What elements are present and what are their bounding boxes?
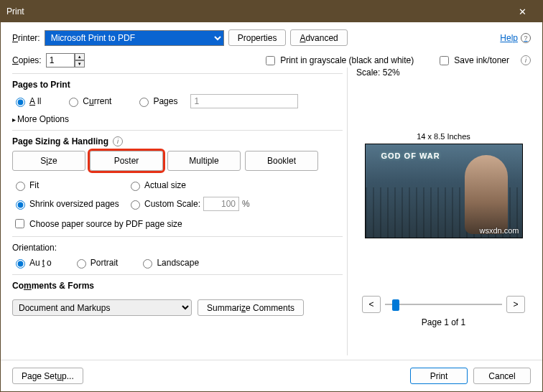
summarize-comments-button[interactable]: Summarize Comments [198,299,304,316]
multiple-button[interactable]: Multiple [167,151,241,171]
preview-image: GOD OF WAR wsxdn.com [365,144,523,238]
page-slider[interactable] [385,297,502,312]
radio-custom-scale[interactable]: Custom Scale: [127,198,200,210]
preview-nav: < > [356,296,531,313]
next-page-button[interactable]: > [506,296,525,313]
advanced-button[interactable]: Advanced [290,29,347,46]
radio-landscape[interactable]: Landscape [139,257,199,269]
cancel-button[interactable]: Cancel [473,368,531,384]
save-ink-checkbox[interactable]: Save ink/toner [437,54,509,67]
help-link[interactable]: Help ? [500,33,531,43]
copies-input[interactable] [46,53,75,67]
printer-row: Printer: Microsoft Print to PDF Properti… [12,29,531,46]
pages-to-print-options: All Current Pages [12,94,343,108]
triangle-right-icon: ▸ [12,116,16,123]
comments-row: Document and Markups Summarize Comments [12,299,343,316]
titlebar: Print ✕ [1,1,542,22]
footer: Page Setup... Print Cancel [1,360,542,391]
comments-select[interactable]: Document and Markups [12,299,192,316]
radio-auto[interactable]: Auto [12,257,52,269]
slider-thumb-icon[interactable] [392,299,399,311]
properties-button[interactable]: Properties [228,29,287,46]
pages-to-print-title: Pages to Print [12,80,343,90]
radio-portrait[interactable]: Portrait [73,257,119,269]
dialog-body: Printer: Microsoft Print to PDF Properti… [1,22,542,360]
poster-button[interactable]: Poster [90,151,163,171]
info-icon[interactable]: i [521,55,531,65]
more-options-toggle[interactable]: ▸ More Options [12,114,343,124]
scale-display: Scale: 52% [356,67,531,78]
choose-paper-source-checkbox[interactable]: Choose paper source by PDF page size [12,217,343,230]
comments-title: Comments & Forms [12,281,343,291]
help-icon: ? [521,33,531,43]
sizing-segmented: Size Poster Multiple Booklet [12,151,343,171]
preview-pane: Scale: 52% 14 x 8.5 Inches GOD OF WAR ws… [347,67,531,355]
print-dialog: Print ✕ Printer: Microsoft Print to PDF … [0,0,543,392]
percent-label: % [242,199,250,209]
radio-actual-size[interactable]: Actual size [127,179,242,191]
print-button[interactable]: Print [410,368,468,384]
radio-current[interactable]: Current [65,95,111,107]
watermark: wsxdn.com [479,226,519,235]
sizing-title: Page Sizing & Handling [12,136,108,146]
size-button[interactable]: Size [12,151,85,171]
copies-up-icon[interactable]: ▲ [75,53,85,60]
pages-input[interactable] [190,94,298,108]
prev-page-button[interactable]: < [362,296,381,313]
radio-shrink[interactable]: Shrink oversized pages [12,198,127,210]
sizing-options: Fit Actual size Shrink oversized pages C… [12,179,343,230]
close-icon[interactable]: ✕ [508,6,537,17]
window-title: Print [6,6,508,17]
copies-label: Copies: [12,55,42,65]
radio-pages[interactable]: Pages [136,95,177,107]
booklet-button[interactable]: Booklet [245,151,318,171]
preview-dimensions: 14 x 8.5 Inches [356,132,531,141]
info-icon[interactable]: i [113,136,123,146]
page-indicator: Page 1 of 1 [356,317,531,327]
radio-fit[interactable]: Fit [12,179,127,191]
printer-select[interactable]: Microsoft Print to PDF [45,30,224,46]
printer-label: Printer: [12,33,40,43]
copies-spinner[interactable]: ▲ ▼ [46,53,85,67]
copies-row: Copies: ▲ ▼ Print in grayscale (black an… [12,53,531,67]
copies-down-icon[interactable]: ▼ [75,60,85,67]
orientation-options: Auto Portrait Landscape [12,257,343,269]
orientation-title: Orientation: [12,243,343,253]
radio-all[interactable]: All [12,95,41,107]
page-setup-button[interactable]: Page Setup... [12,368,83,384]
grayscale-checkbox[interactable]: Print in grayscale (black and white) [263,54,414,67]
custom-scale-input[interactable] [203,197,239,211]
preview-logo: GOD OF WAR [381,151,440,160]
